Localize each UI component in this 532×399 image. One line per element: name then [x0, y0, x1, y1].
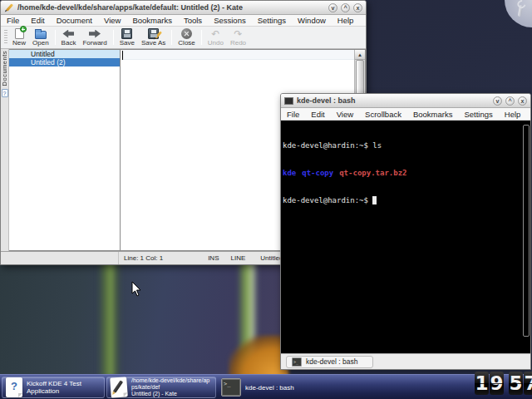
kate-menu-edit[interactable]: Edit — [25, 14, 50, 27]
wallpaper-stem — [98, 256, 121, 377]
desktop: /home/kde-devel/kde/share/apps/kate/defa… — [0, 0, 532, 399]
mouse-cursor — [131, 281, 142, 297]
taskbar-item-konsole[interactable]: >_ kde-devel : bash — [218, 377, 303, 398]
open-button[interactable]: Open — [29, 27, 52, 47]
toolbar-handle[interactable] — [4, 30, 7, 45]
kate-menubar: File Edit Document View Bookmarks Tools … — [1, 15, 366, 27]
kate-sidebar-tabstrip: Documents ? — [1, 49, 9, 251]
clock-digit: 1 — [475, 372, 489, 395]
kate-window-title: /home/kde-devel/kde/share/apps/kate/defa… — [17, 3, 325, 12]
konsole-tabbar: >_ kde-devel : bash — [281, 353, 530, 369]
question-mark-icon: ? — [6, 377, 22, 397]
directory-entry: kde — [283, 169, 296, 177]
kate-menu-document[interactable]: Document — [51, 14, 98, 27]
close-document-button[interactable]: Close — [175, 27, 198, 47]
clock-digit: 5 — [509, 372, 523, 395]
konsole-menubar: File Edit View Scrollback Bookmarks Sett… — [281, 108, 530, 121]
new-document-icon — [13, 28, 26, 39]
close-button[interactable]: x — [518, 96, 527, 106]
clock-digit: 9 — [490, 372, 504, 395]
kate-menu-sessions[interactable]: Sessions — [208, 14, 252, 27]
konsole-app-icon — [284, 97, 293, 105]
konsole-menu-scrollback[interactable]: Scrollback — [359, 108, 407, 121]
konsole-menu-settings[interactable]: Settings — [458, 108, 498, 121]
kickoff-launcher-button[interactable]: ? Kickoff KDE 4 Test Application — [2, 377, 105, 398]
clock-digit: 7 — [524, 372, 532, 395]
terminal-line: kdeqt-copyqt-copy.tar.bz2 — [283, 169, 529, 178]
text-caret — [122, 51, 123, 60]
kate-pencil-icon — [110, 377, 128, 397]
undo-icon: ↶ — [209, 28, 222, 39]
back-arrow-icon — [62, 28, 75, 39]
list-item[interactable]: Untitled — [9, 50, 120, 58]
terminal-prompt-line: kde-devel@hardin:~$ — [283, 196, 529, 205]
open-folder-icon — [34, 28, 47, 39]
konsole-menu-bookmarks[interactable]: Bookmarks — [407, 108, 459, 121]
terminal-icon: >_ — [221, 378, 241, 397]
wrench-icon — [518, 5, 523, 17]
list-item-selected[interactable]: Untitled (2) — [9, 58, 120, 66]
tab-kde-devel-bash[interactable]: >_ kde-devel : bash — [286, 356, 373, 368]
line-mode-indicator: LINE — [225, 254, 250, 262]
kate-menu-tools[interactable]: Tools — [178, 14, 208, 27]
redo-icon: ↷ — [232, 28, 244, 39]
new-button[interactable]: New — [9, 27, 29, 47]
kate-titlebar[interactable]: /home/kde-devel/kde/share/apps/kate/defa… — [1, 1, 366, 15]
plasma-toolbox-cashew[interactable] — [505, 0, 532, 27]
kate-menu-bookmarks[interactable]: Bookmarks — [126, 14, 178, 27]
directory-entry: qt-copy — [302, 169, 333, 177]
minimize-button[interactable]: v — [328, 3, 337, 12]
toolbar-separator — [171, 30, 172, 45]
current-line-highlight — [121, 50, 354, 60]
save-as-button[interactable]: Save As — [138, 27, 169, 47]
kate-menu-file[interactable]: File — [1, 14, 25, 27]
scroll-up-icon[interactable]: ▲ — [355, 50, 365, 60]
konsole-menu-file[interactable]: File — [281, 108, 305, 121]
konsole-menu-edit[interactable]: Edit — [305, 108, 330, 121]
redo-button[interactable]: ↷ Redo — [227, 27, 249, 47]
maximize-button[interactable]: ^ — [341, 3, 350, 12]
toolbar-separator — [113, 30, 114, 45]
close-circle-icon — [180, 28, 193, 39]
digital-clock[interactable]: 1 9 5 7 — [474, 372, 532, 395]
terminal-scrollbar[interactable] — [522, 121, 530, 353]
toolbar-separator — [201, 30, 202, 45]
undo-button[interactable]: ↶ Undo — [204, 27, 227, 47]
konsole-menu-help[interactable]: Help — [499, 108, 527, 121]
konsole-window-title: kde-devel : bash — [297, 96, 490, 105]
close-button[interactable]: x — [353, 3, 362, 12]
kate-toolbar: New Open Back Forward Save Save — [1, 27, 366, 49]
konsole-window: kde-devel : bash v ^ x File Edit View Sc… — [280, 93, 531, 370]
task-label: kde-devel : bash — [245, 384, 294, 392]
kate-menu-window[interactable]: Window — [292, 14, 332, 27]
terminal-line: kde-devel@hardin:~$ ls — [283, 141, 529, 150]
cursor-position: Line: 1 Col: 1 — [119, 254, 168, 262]
save-button[interactable]: Save — [116, 27, 138, 47]
task-label: /home/kde-devel/kde/share/apps/kate/def … — [131, 377, 212, 397]
kate-menu-view[interactable]: View — [98, 14, 126, 27]
task-label: Kickoff KDE 4 Test Application — [27, 380, 101, 395]
toolbar-separator — [55, 30, 56, 45]
save-as-icon — [147, 28, 160, 39]
scrollbar-thumb[interactable] — [523, 125, 530, 337]
kate-menu-help[interactable]: Help — [332, 14, 360, 27]
archive-entry: qt-copy.tar.bz2 — [339, 169, 406, 177]
maximize-button[interactable]: ^ — [505, 96, 515, 106]
document-list: Untitled Untitled (2) — [9, 49, 121, 251]
taskbar-item-kate[interactable]: /home/kde-devel/kde/share/apps/kate/def … — [106, 377, 216, 398]
forward-arrow-icon — [89, 28, 101, 39]
kate-app-icon — [4, 2, 14, 12]
save-floppy-icon — [121, 28, 133, 39]
konsole-menu-view[interactable]: View — [331, 108, 359, 121]
terminal-output[interactable]: kde-devel@hardin:~$ ls kdeqt-copyqt-copy… — [281, 121, 530, 353]
konsole-titlebar[interactable]: kde-devel : bash v ^ x — [281, 94, 530, 108]
taskbar-panel: ? Kickoff KDE 4 Test Application /home/k… — [0, 374, 532, 399]
back-button[interactable]: Back — [58, 27, 80, 47]
insert-mode-indicator: INS — [203, 254, 224, 262]
tab-documents[interactable]: Documents — [1, 51, 8, 86]
kate-menu-settings[interactable]: Settings — [252, 14, 292, 27]
document-icon[interactable]: ? — [2, 89, 8, 97]
forward-button[interactable]: Forward — [79, 27, 110, 47]
minimize-button[interactable]: v — [493, 96, 502, 106]
terminal-cursor — [372, 196, 377, 204]
